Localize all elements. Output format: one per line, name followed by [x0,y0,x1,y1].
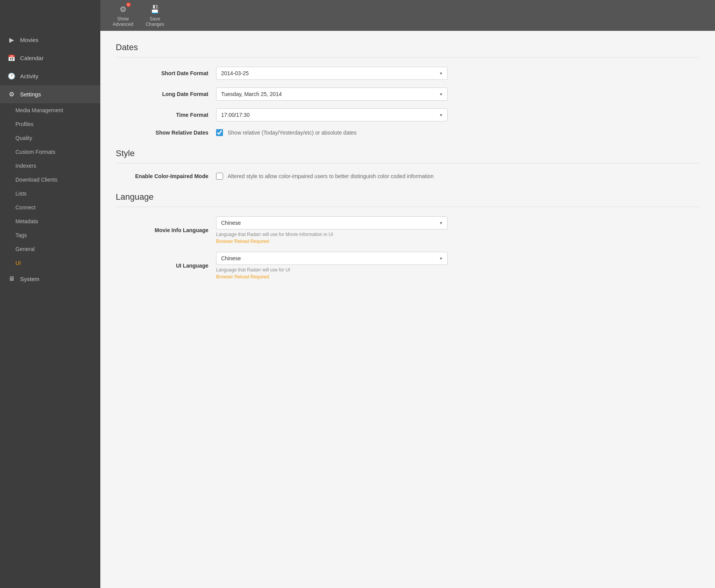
time-format-label: Time Format [123,112,216,118]
save-changes-button[interactable]: 💾 SaveChanges [141,1,169,30]
show-advanced-label: ShowAdvanced [113,16,133,27]
sidebar-logo-area [0,0,100,31]
sidebar-item-quality[interactable]: Quality [0,131,100,145]
style-section-title: Style [116,148,700,163]
ui-language-help: Language that Radarr will use for UI [216,267,448,273]
sidebar-movies-label: Movies [20,37,39,43]
show-relative-dates-checkbox-row: Show relative (Today/Yesterday/etc) or a… [216,129,448,136]
short-date-format-control: 2014-03-25 03/25/2014 25/03/2014 25-03-2… [216,67,448,80]
ui-language-select-wrapper: Chinese English French German Spanish Ja… [216,252,448,265]
sidebar: ▶ Movies 📅 Calendar 🕐 Activity ⚙ Setting… [0,31,100,588]
style-section: Style Enable Color-Impaired Mode Altered… [116,148,700,180]
ui-label: UI [15,260,21,266]
sidebar-item-metadata[interactable]: Metadata [0,214,100,228]
sidebar-item-calendar[interactable]: 📅 Calendar [0,49,100,67]
tags-label: Tags [15,232,27,238]
long-date-format-control: Tuesday, March 25, 2014 March 25, 2014 2… [216,88,448,101]
show-relative-dates-help[interactable]: Show relative (Today/Yesterday/etc) or a… [228,130,357,136]
short-date-format-select-wrapper: 2014-03-25 03/25/2014 25/03/2014 25-03-2… [216,67,448,80]
ui-language-label: UI Language [123,263,216,269]
long-date-format-row: Long Date Format Tuesday, March 25, 2014… [116,88,700,101]
system-icon: 🖥 [8,275,15,282]
movie-info-language-label: Movie Info Language [123,227,216,233]
show-relative-dates-label: Show Relative Dates [123,130,216,136]
sidebar-item-movies[interactable]: ▶ Movies [0,31,100,49]
sidebar-settings-label: Settings [20,91,41,98]
movie-info-language-reload-link[interactable]: Browser Reload Required [216,239,448,244]
sidebar-system-label: System [20,276,39,282]
sidebar-activity-label: Activity [20,73,39,79]
time-format-control: 17:00/17:30 5:00 PM/5:30 PM [216,108,448,121]
color-impaired-control: Altered style to allow color-impaired us… [216,173,448,180]
show-advanced-button[interactable]: ⚙ ✕ ShowAdvanced [108,1,138,30]
color-impaired-checkbox-row: Altered style to allow color-impaired us… [216,173,448,180]
long-date-format-select-wrapper: Tuesday, March 25, 2014 March 25, 2014 2… [216,88,448,101]
show-relative-dates-control: Show relative (Today/Yesterday/etc) or a… [216,129,448,136]
dates-section-title: Dates [116,42,700,57]
movie-info-language-help: Language that Radarr will use for Movie … [216,232,448,237]
movies-icon: ▶ [8,36,15,44]
language-section: Language Movie Info Language Chinese Eng… [116,192,700,280]
color-impaired-label: Enable Color-Impaired Mode [123,173,216,179]
metadata-label: Metadata [15,218,38,224]
profiles-label: Profiles [15,121,34,127]
sidebar-item-settings[interactable]: ⚙ Settings [0,85,100,103]
lists-label: Lists [15,190,27,197]
activity-icon: 🕐 [8,72,15,80]
toolbar: ⚙ ✕ ShowAdvanced 💾 SaveChanges [100,0,715,31]
language-section-title: Language [116,192,700,207]
quality-label: Quality [15,135,32,141]
short-date-format-label: Short Date Format [123,70,216,76]
save-changes-label: SaveChanges [145,16,164,27]
indexers-label: Indexers [15,163,36,169]
download-clients-label: Download Clients [15,177,57,183]
show-relative-dates-checkbox[interactable] [216,129,223,136]
media-management-label: Media Management [15,107,63,113]
sidebar-item-profiles[interactable]: Profiles [0,117,100,131]
ui-language-row: UI Language Chinese English French Germa… [116,252,700,280]
sidebar-calendar-label: Calendar [20,55,44,61]
sidebar-item-media-management[interactable]: Media Management [0,103,100,117]
color-impaired-row: Enable Color-Impaired Mode Altered style… [116,173,700,180]
long-date-format-label: Long Date Format [123,91,216,97]
color-impaired-checkbox[interactable] [216,173,223,180]
sidebar-item-lists[interactable]: Lists [0,187,100,200]
short-date-format-select[interactable]: 2014-03-25 03/25/2014 25/03/2014 25-03-2… [216,67,448,80]
sidebar-item-ui[interactable]: UI [0,256,100,270]
dates-section: Dates Short Date Format 2014-03-25 03/25… [116,42,700,136]
advanced-badge: ✕ [126,2,131,7]
movie-info-language-select-wrapper: Chinese English French German Spanish Ja… [216,216,448,229]
ui-language-select[interactable]: Chinese English French German Spanish Ja… [216,252,448,265]
calendar-icon: 📅 [8,54,15,62]
time-format-select[interactable]: 17:00/17:30 5:00 PM/5:30 PM [216,108,448,121]
time-format-select-wrapper: 17:00/17:30 5:00 PM/5:30 PM [216,108,448,121]
main-content: Dates Short Date Format 2014-03-25 03/25… [100,31,715,588]
movie-info-language-row: Movie Info Language Chinese English Fren… [116,216,700,244]
sidebar-item-download-clients[interactable]: Download Clients [0,173,100,187]
ui-language-control: Chinese English French German Spanish Ja… [216,252,448,280]
ui-language-reload-link[interactable]: Browser Reload Required [216,274,448,280]
show-advanced-icon: ⚙ ✕ [118,4,128,15]
save-changes-icon: 💾 [149,4,160,15]
connect-label: Connect [15,204,35,211]
long-date-format-select[interactable]: Tuesday, March 25, 2014 March 25, 2014 2… [216,88,448,101]
sidebar-item-system[interactable]: 🖥 System [0,270,100,288]
sidebar-item-tags[interactable]: Tags [0,228,100,242]
sidebar-item-connect[interactable]: Connect [0,200,100,214]
sidebar-item-custom-formats[interactable]: Custom Formats [0,145,100,159]
movie-info-language-control: Chinese English French German Spanish Ja… [216,216,448,244]
short-date-format-row: Short Date Format 2014-03-25 03/25/2014 … [116,67,700,80]
sidebar-item-activity[interactable]: 🕐 Activity [0,67,100,85]
sidebar-item-general[interactable]: General [0,242,100,256]
sidebar-item-indexers[interactable]: Indexers [0,159,100,173]
color-impaired-help[interactable]: Altered style to allow color-impaired us… [228,173,434,179]
time-format-row: Time Format 17:00/17:30 5:00 PM/5:30 PM [116,108,700,121]
movie-info-language-select[interactable]: Chinese English French German Spanish Ja… [216,216,448,229]
show-relative-dates-row: Show Relative Dates Show relative (Today… [116,129,700,136]
general-label: General [15,246,35,252]
settings-icon: ⚙ [8,91,15,98]
custom-formats-label: Custom Formats [15,149,55,155]
